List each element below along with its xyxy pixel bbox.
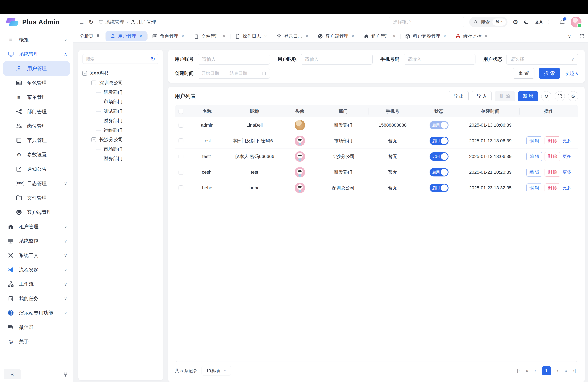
edit-button[interactable]: 编 辑 xyxy=(526,184,542,192)
status-toggle[interactable]: 启用 xyxy=(430,121,448,129)
more-button[interactable]: 更多 xyxy=(563,185,571,191)
tree-node-company[interactable]: −深圳总公司 xyxy=(91,78,159,87)
tenant-select-input[interactable] xyxy=(389,17,464,27)
sidebar-item-notice[interactable]: 通知公告 xyxy=(0,162,73,176)
page-size-select[interactable]: 10条/页▼ xyxy=(202,366,231,376)
close-icon[interactable]: ✕ xyxy=(223,34,226,38)
sidebar-item-file-mgmt[interactable]: 文件管理 xyxy=(0,191,73,205)
tree-search-input[interactable] xyxy=(83,54,147,64)
sidebar-item-flow-start[interactable]: 流程发起∨ xyxy=(0,263,73,277)
search-button[interactable]: 搜 索 xyxy=(539,68,560,79)
tab-role-mgmt[interactable]: 角色管理✕ xyxy=(147,30,189,42)
close-icon[interactable]: ✕ xyxy=(443,34,446,38)
tree-node-dept[interactable]: 测试部门 xyxy=(96,106,159,116)
close-icon[interactable]: ✕ xyxy=(139,34,142,38)
sidebar-item-role-mgmt[interactable]: 角色管理 xyxy=(0,76,73,90)
select-all-checkbox[interactable] xyxy=(179,109,183,114)
status-toggle[interactable]: 启用 xyxy=(430,168,448,176)
collapse-box-icon[interactable]: − xyxy=(91,137,96,142)
export-button[interactable]: 导 出 xyxy=(449,91,469,101)
sidebar-item-demo-features[interactable]: 演示站专用功能∨ xyxy=(0,306,73,320)
row-checkbox[interactable] xyxy=(179,123,183,127)
sidebar-item-dict-mgmt[interactable]: 字典管理 xyxy=(0,133,73,148)
sidebar-item-user-mgmt[interactable]: 用户管理 xyxy=(3,61,70,76)
sidebar-item-client-mgmt[interactable]: 客户端管理 xyxy=(0,205,73,219)
tree-node-dept[interactable]: 财务部门 xyxy=(96,154,159,163)
sidebar-item-log-mgmt[interactable]: DEV日志管理∨ xyxy=(0,176,73,191)
breadcrumb-user-mgmt[interactable]: 用户管理 xyxy=(130,19,156,25)
tab-file-mgmt[interactable]: 文件管理✕ xyxy=(189,30,230,42)
more-button[interactable]: 更多 xyxy=(563,154,571,159)
delete-row-button[interactable]: 删 除 xyxy=(545,168,560,177)
tab-cache-monitor[interactable]: 缓存监控✕ xyxy=(451,30,492,42)
tab-tenant-mgmt[interactable]: 租户管理✕ xyxy=(359,30,400,42)
status-select[interactable]: 请选择∨ xyxy=(506,54,578,64)
tree-node-company[interactable]: −长沙分公司 xyxy=(91,135,159,145)
pin-icon[interactable] xyxy=(96,34,100,39)
close-icon[interactable]: ✕ xyxy=(484,34,487,38)
edit-button[interactable]: 编 辑 xyxy=(526,152,542,161)
delete-row-button[interactable]: 删 除 xyxy=(545,136,560,145)
prev-page-button[interactable]: ‹ xyxy=(534,368,536,374)
tree-refresh-button[interactable]: ↻ xyxy=(147,54,159,64)
close-icon[interactable]: ✕ xyxy=(305,34,308,38)
status-toggle[interactable]: 启用 xyxy=(430,152,448,161)
account-input[interactable] xyxy=(198,54,270,64)
collapse-filter-link[interactable]: 收起∧ xyxy=(565,70,578,77)
status-toggle[interactable]: 启用 xyxy=(430,184,448,192)
add-button[interactable]: 新 增 xyxy=(518,91,538,101)
global-search-button[interactable]: 搜索 ⌘ K xyxy=(469,17,508,27)
settings-gear-icon[interactable]: ⚙ xyxy=(513,19,518,25)
delete-button[interactable]: 删 除 xyxy=(495,91,515,101)
hamburger-icon[interactable]: ≡ xyxy=(80,19,84,25)
refresh-icon[interactable]: ↻ xyxy=(89,19,94,25)
user-avatar[interactable] xyxy=(571,17,582,27)
sidebar-item-workflow[interactable]: 工作流∨ xyxy=(0,277,73,291)
tab-user-mgmt[interactable]: 用户管理✕ xyxy=(105,31,147,41)
last-page-button[interactable]: ›| xyxy=(573,368,576,374)
sidebar-item-system-monitor[interactable]: 系统监控∨ xyxy=(0,234,73,248)
row-checkbox[interactable] xyxy=(179,154,183,159)
sidebar-item-tenant-mgmt[interactable]: 租户管理∨ xyxy=(0,219,73,234)
tabs-fullscreen-button[interactable] xyxy=(576,30,588,42)
sidebar-item-menu-mgmt[interactable]: ≡菜单管理 xyxy=(0,90,73,105)
tab-operation-log[interactable]: 操作日志✕ xyxy=(230,30,272,42)
more-button[interactable]: 更多 xyxy=(563,138,571,144)
sidebar-item-param-settings[interactable]: ⚙参数设置 xyxy=(0,148,73,162)
sidebar-item-my-tasks[interactable]: 我的任务∨ xyxy=(0,291,73,306)
breadcrumb-system-mgmt[interactable]: 系统管理 xyxy=(99,19,124,25)
tree-node-dept[interactable]: 市场部门 xyxy=(96,97,159,106)
sidebar-item-system-tools[interactable]: 系统工具∨ xyxy=(0,248,73,263)
tree-node-dept[interactable]: 市场部门 xyxy=(96,145,159,154)
next-pages-button[interactable]: » xyxy=(565,368,567,374)
tree-node-root[interactable]: −XXX科技 xyxy=(82,69,159,78)
pin-icon[interactable] xyxy=(63,371,68,377)
tree-node-dept[interactable]: 财务部门 xyxy=(96,116,159,126)
sidebar-item-overview[interactable]: ≡概览∨ xyxy=(0,33,73,47)
row-checkbox[interactable] xyxy=(179,138,183,143)
tab-analysis[interactable]: 分析页 xyxy=(75,30,105,42)
tab-login-log[interactable]: 登录日志✕ xyxy=(272,30,313,42)
date-range-picker[interactable]: 开始日期 → 结束日期 xyxy=(198,68,270,79)
phone-input[interactable] xyxy=(404,54,475,64)
current-page[interactable]: 1 xyxy=(542,366,551,375)
delete-row-button[interactable]: 删 除 xyxy=(545,152,560,161)
close-icon[interactable]: ✕ xyxy=(181,34,184,38)
collapse-box-icon[interactable]: − xyxy=(82,71,87,76)
prev-pages-button[interactable]: « xyxy=(526,368,528,374)
more-button[interactable]: 更多 xyxy=(563,169,571,175)
collapse-box-icon[interactable]: − xyxy=(91,81,96,85)
sidebar-item-post-mgmt[interactable]: 岗位管理 xyxy=(0,119,73,133)
delete-row-button[interactable]: 删 除 xyxy=(545,184,560,192)
close-icon[interactable]: ✕ xyxy=(393,34,396,38)
dark-mode-moon-icon[interactable] xyxy=(523,19,529,25)
edit-button[interactable]: 编 辑 xyxy=(526,136,542,145)
fullscreen-icon[interactable] xyxy=(548,19,554,25)
tab-client-mgmt[interactable]: 客户端管理✕ xyxy=(313,30,359,42)
close-icon[interactable]: ✕ xyxy=(351,34,354,38)
refresh-table-button[interactable]: ↻ xyxy=(541,91,551,101)
import-button[interactable]: 导 入 xyxy=(472,91,492,101)
sidebar-item-about[interactable]: ©关于 xyxy=(0,335,73,349)
first-page-button[interactable]: |‹ xyxy=(517,368,520,374)
translate-icon[interactable]: 文A xyxy=(535,20,543,24)
